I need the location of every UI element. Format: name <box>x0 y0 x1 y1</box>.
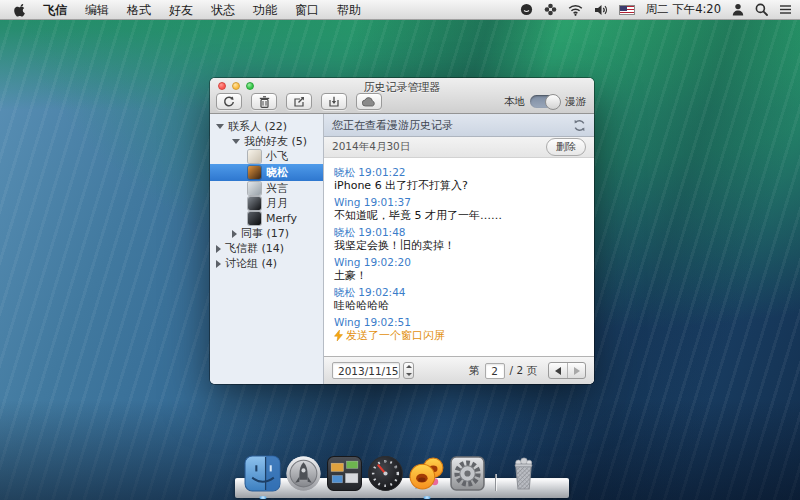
page-input[interactable]: 2 <box>485 363 505 379</box>
page-nav <box>548 362 586 379</box>
menu-items: 飞信编辑格式好友状态功能窗口帮助 <box>34 0 370 20</box>
sidebar-item-label: 小飞 <box>266 149 288 164</box>
sidebar-item[interactable]: 兴言 <box>210 181 323 196</box>
contact-avatar <box>248 212 261 225</box>
sidebar-tree: 联系人 (22)我的好友 (5)小飞晓松兴言月月Merfy同事 (17)飞信群 … <box>210 114 324 384</box>
fan-icon[interactable] <box>544 3 557 16</box>
sidebar-item[interactable]: Merfy <box>210 211 323 226</box>
dock <box>235 448 569 500</box>
fetion-icon[interactable] <box>408 455 445 492</box>
triangle-down-icon[interactable] <box>232 139 240 144</box>
mission-control-icon[interactable] <box>326 455 363 492</box>
import-button[interactable] <box>321 93 347 110</box>
page-suffix: / 2 页 <box>510 364 537 378</box>
menu-item-2[interactable]: 编辑 <box>76 0 118 20</box>
input-flag-icon[interactable] <box>619 5 635 15</box>
message-text: 我坚定会换！旧的卖掉！ <box>334 239 584 252</box>
local-roaming-toggle[interactable] <box>530 95 560 108</box>
notification-center-icon[interactable] <box>779 4 792 15</box>
triangle-right-icon[interactable] <box>216 245 221 253</box>
menu-clock[interactable]: 周二 下午4:20 <box>646 2 721 17</box>
contact-avatar <box>248 182 261 195</box>
message-text: 发送了一个窗口闪屏 <box>334 329 584 342</box>
window-header[interactable]: 历史记录管理器 本地 漫游 <box>210 78 594 114</box>
finder-icon[interactable] <box>244 455 281 492</box>
message-text: 土豪！ <box>334 269 584 282</box>
menu-item-5[interactable]: 状态 <box>202 0 244 20</box>
toggle-knob[interactable] <box>545 94 561 110</box>
message-item: 晓松 19:02:44哇哈哈哈哈 <box>334 286 584 312</box>
status-bar: 您正在查看漫游历史记录 <box>324 114 594 137</box>
wifi-icon[interactable] <box>568 4 583 16</box>
history-manager-window: 历史记录管理器 本地 漫游 联系人 (22)我的好 <box>210 78 594 384</box>
user-icon[interactable] <box>732 3 744 16</box>
menu-item-6[interactable]: 功能 <box>244 0 286 20</box>
menu-item-7[interactable]: 窗口 <box>286 0 328 20</box>
cloud-button[interactable] <box>356 93 382 110</box>
toolbar: 本地 漫游 <box>216 93 586 110</box>
message-item: 晓松 19:01:22iPhone 6 出了打不打算入? <box>334 166 584 192</box>
date-header: 2014年4月30日 <box>332 140 410 154</box>
trash-icon[interactable] <box>505 455 542 492</box>
contact-avatar <box>248 150 261 163</box>
prev-page-button[interactable] <box>549 363 567 378</box>
fetion-status-icon[interactable] <box>520 3 533 16</box>
refresh-history-icon[interactable] <box>573 119 586 132</box>
menu-bar: 飞信编辑格式好友状态功能窗口帮助 周二 下午4:20 <box>0 0 800 20</box>
sidebar-item[interactable]: 月月 <box>210 196 323 211</box>
status-text: 您正在查看漫游历史记录 <box>332 118 453 133</box>
sidebar-item-label: 晓松 <box>266 165 288 180</box>
sidebar-item[interactable]: 同事 (17) <box>210 226 323 241</box>
sidebar-item-label: 联系人 (22) <box>228 119 287 134</box>
contact-avatar <box>248 197 261 210</box>
export-button[interactable] <box>286 93 312 110</box>
message-text: 哇哈哈哈哈 <box>334 299 584 312</box>
menu-item-4[interactable]: 好友 <box>160 0 202 20</box>
sidebar-item[interactable]: 联系人 (22) <box>210 119 323 134</box>
message-sender-time: 晓松 19:02:44 <box>334 286 584 298</box>
sidebar-item[interactable]: 飞信群 (14) <box>210 241 323 256</box>
spotlight-icon[interactable] <box>755 3 768 16</box>
finder-running-indicator <box>259 496 267 499</box>
sidebar-item-label: 同事 (17) <box>241 226 289 241</box>
apple-menu-icon[interactable] <box>8 2 34 17</box>
sidebar-item[interactable]: 我的好友 (5) <box>210 134 323 149</box>
dashboard-icon[interactable] <box>367 455 404 492</box>
triangle-down-icon[interactable] <box>216 124 224 129</box>
menu-item-3[interactable]: 格式 <box>118 0 160 20</box>
message-text: iPhone 6 出了打不打算入? <box>334 179 584 192</box>
message-item: Wing 19:02:20土豪！ <box>334 256 584 282</box>
date-picker-field[interactable]: 2013/11/15 <box>332 362 400 379</box>
message-list: 晓松 19:01:22iPhone 6 出了打不打算入?Wing 19:01:3… <box>324 158 594 356</box>
sidebar-item-label: 月月 <box>266 196 288 211</box>
storage-toggle-group: 本地 漫游 <box>504 95 586 109</box>
sidebar-item[interactable]: 小飞 <box>210 149 323 164</box>
stepper-up-icon[interactable] <box>404 363 413 371</box>
main-pane: 您正在查看漫游历史记录 2014年4月30日 删除 晓松 19:01:22iPh… <box>324 114 594 384</box>
system-preferences-icon[interactable] <box>449 455 486 492</box>
message-text: 不知道呢，毕竟 5 才用了一年…… <box>334 209 584 222</box>
message-sender-time: Wing 19:01:37 <box>334 196 584 208</box>
stepper-down-icon[interactable] <box>404 371 413 379</box>
sidebar-item[interactable]: 讨论组 (4) <box>210 256 323 271</box>
sidebar-item-label: 讨论组 (4) <box>225 256 277 271</box>
sidebar-item-label: 飞信群 (14) <box>225 241 284 256</box>
next-page-button[interactable] <box>567 363 585 378</box>
date-header-row: 2014年4月30日 删除 <box>324 137 594 158</box>
volume-icon[interactable] <box>594 4 608 16</box>
message-item: Wing 19:01:37不知道呢，毕竟 5 才用了一年…… <box>334 196 584 222</box>
menu-item-8[interactable]: 帮助 <box>328 0 370 20</box>
delete-day-button[interactable]: 删除 <box>546 138 586 156</box>
date-stepper[interactable] <box>403 362 414 379</box>
launchpad-icon[interactable] <box>285 455 322 492</box>
menu-item-1[interactable]: 飞信 <box>34 0 76 20</box>
triangle-right-icon[interactable] <box>232 230 237 238</box>
refresh-button[interactable] <box>216 93 242 110</box>
triangle-right-icon[interactable] <box>216 260 221 268</box>
footer-bar: 2013/11/15 第 2 / 2 页 <box>324 356 594 384</box>
sidebar-item[interactable]: 晓松 <box>210 164 323 181</box>
message-sender-time: 晓松 19:01:48 <box>334 226 584 238</box>
trash-button[interactable] <box>251 93 277 110</box>
sidebar-item-label: 兴言 <box>266 181 288 196</box>
message-item: Wing 19:02:51 发送了一个窗口闪屏 <box>334 316 584 342</box>
